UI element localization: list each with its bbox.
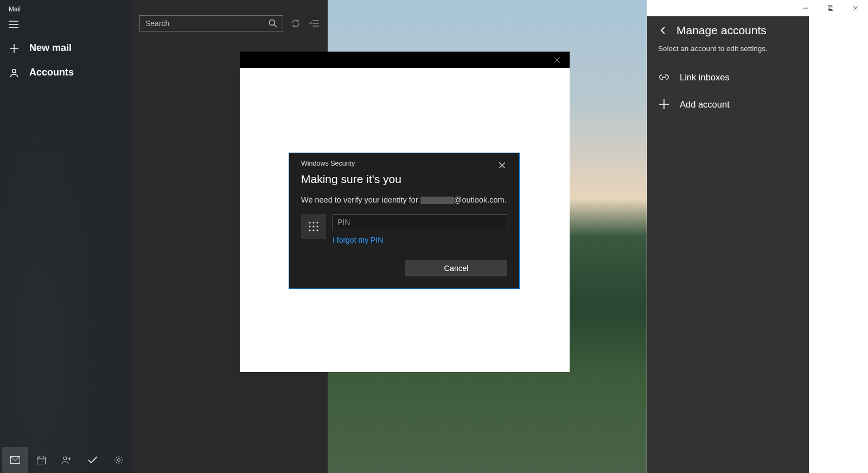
right-strip (809, 0, 868, 473)
svg-line-29 (275, 25, 277, 28)
svg-point-28 (270, 20, 275, 26)
svg-point-10 (12, 69, 16, 72)
accounts-nav-item[interactable]: Accounts (0, 60, 132, 85)
window-close-button[interactable] (843, 0, 868, 16)
people-icon[interactable] (54, 447, 80, 473)
person-icon (9, 67, 20, 78)
folder-sidebar: Mail New mail Accounts (0, 0, 132, 473)
link-inboxes-item[interactable]: Link inboxes (658, 64, 798, 91)
svg-line-26 (121, 457, 122, 458)
svg-point-43 (309, 226, 310, 228)
back-button[interactable] (658, 25, 669, 36)
svg-rect-1 (828, 6, 832, 10)
pin-pad-icon (301, 214, 326, 239)
refresh-icon[interactable] (290, 17, 302, 29)
window-maximize-button[interactable] (818, 0, 843, 16)
sidebar-bottom-bar (0, 447, 132, 473)
search-toolbar (132, 0, 328, 47)
manage-accounts-flyout: Manage accounts Select an account to edi… (647, 16, 809, 473)
security-body-prefix: We need to verify your identity for (301, 195, 420, 204)
flyout-title: Manage accounts (676, 24, 767, 37)
dialog-close-button[interactable] (546, 52, 567, 68)
plus-icon (9, 43, 20, 54)
plus-icon (658, 98, 670, 110)
new-mail-label: New mail (29, 42, 72, 54)
add-account-label: Add account (680, 99, 730, 110)
flyout-subtitle: Select an account to edit settings. (658, 42, 798, 64)
calendar-icon[interactable] (28, 447, 54, 473)
svg-line-25 (121, 462, 122, 463)
svg-point-40 (309, 222, 310, 224)
todo-icon[interactable] (80, 447, 106, 473)
cancel-button[interactable]: Cancel (405, 260, 507, 276)
link-inboxes-label: Link inboxes (680, 72, 730, 83)
svg-point-44 (312, 226, 314, 228)
security-caption: Windows Security (301, 160, 355, 167)
search-icon[interactable] (269, 19, 277, 28)
svg-line-27 (116, 462, 117, 463)
forgot-pin-link[interactable]: I forgot my PIN (333, 236, 383, 244)
gear-icon[interactable] (106, 447, 132, 473)
mail-icon[interactable] (2, 447, 28, 473)
svg-point-19 (118, 459, 120, 462)
svg-rect-12 (37, 457, 45, 464)
svg-line-24 (116, 457, 117, 458)
svg-rect-2 (829, 7, 833, 11)
svg-point-41 (312, 222, 314, 224)
accounts-label: Accounts (29, 67, 74, 78)
redacted-email-local (420, 197, 454, 204)
security-close-button[interactable] (496, 160, 507, 171)
dialog-titlebar (240, 52, 570, 68)
svg-point-16 (63, 457, 67, 460)
search-box[interactable] (139, 15, 283, 31)
selection-mode-icon[interactable] (308, 17, 320, 29)
link-icon (658, 71, 670, 83)
search-input[interactable] (145, 19, 269, 28)
add-account-item[interactable]: Add account (658, 91, 798, 118)
pin-input[interactable] (333, 214, 507, 230)
security-body: We need to verify your identity for @out… (301, 195, 507, 204)
svg-point-46 (309, 230, 310, 231)
app-title: Mail (0, 0, 132, 13)
security-body-suffix: @outlook.com. (454, 195, 507, 204)
new-mail-button[interactable]: New mail (0, 36, 132, 60)
hamburger-button[interactable] (0, 13, 132, 36)
svg-point-45 (316, 226, 318, 228)
window-controls (793, 0, 868, 16)
windows-security-dialog: Windows Security Making sure it's you We… (289, 153, 520, 289)
window-minimize-button[interactable] (793, 0, 818, 16)
svg-point-47 (312, 230, 314, 231)
svg-rect-11 (10, 457, 20, 464)
security-title: Making sure it's you (301, 173, 507, 186)
svg-point-48 (316, 230, 318, 231)
svg-point-42 (316, 222, 318, 224)
